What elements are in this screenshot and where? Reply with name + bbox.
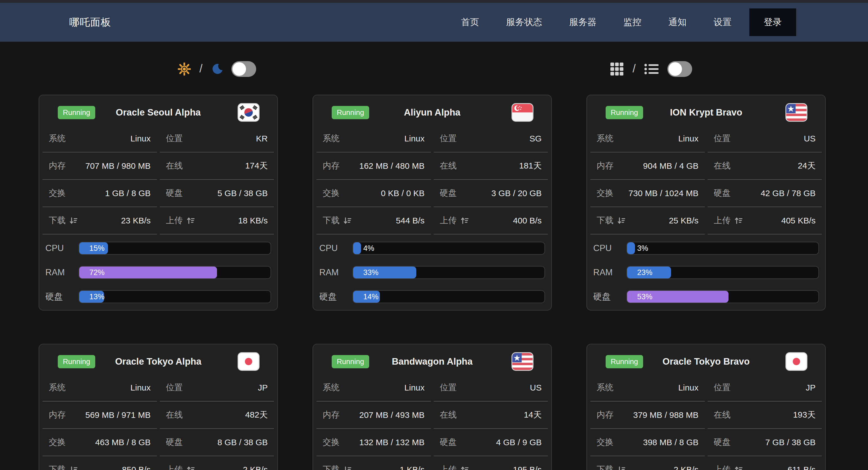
- stats-table: 系统 Linux 位置 US 内存 904 MB / 4 GB 在线 24天 交…: [590, 125, 822, 234]
- nav-item-servers[interactable]: 服务器: [556, 16, 610, 28]
- stat-system: 系统 Linux: [42, 374, 157, 402]
- status-badge: Running: [332, 355, 369, 368]
- stat-download-value: 544 B/s: [396, 216, 425, 225]
- stat-memory: 内存 707 MB / 980 MB: [42, 152, 157, 180]
- stat-download-value: 2 KB/s: [674, 465, 699, 470]
- stat-location-label: 位置: [714, 382, 731, 394]
- stat-swap-value: 398 MB / 8 GB: [643, 438, 699, 447]
- stat-upload-label: 上传: [166, 464, 195, 470]
- stat-disk: 硬盘 3 GB / 20 GB: [434, 180, 548, 207]
- stat-swap-label: 交换: [597, 187, 614, 199]
- stat-upload-value: 2 KB/s: [243, 465, 268, 470]
- disk-bar-row: 硬盘 53%: [593, 290, 819, 303]
- status-badge: Running: [606, 355, 643, 368]
- disk-bar-row: 硬盘 13%: [45, 290, 271, 303]
- login-button[interactable]: 登录: [749, 8, 796, 36]
- stat-download-label: 下载: [49, 215, 78, 226]
- stat-upload-value: 18 KB/s: [238, 216, 268, 225]
- stat-memory-label: 内存: [323, 409, 340, 421]
- stat-memory: 内存 207 MB / 493 MB: [316, 402, 431, 429]
- stat-location: 位置 KR: [160, 125, 274, 152]
- status-badge: Running: [332, 106, 369, 119]
- stat-swap: 交换 1 GB / 8 GB: [42, 180, 157, 207]
- toolbar: / /: [0, 61, 868, 77]
- ram-progress-bar: 23%: [626, 266, 819, 279]
- card-header: Running Aliyun Alpha: [316, 95, 548, 125]
- cpu-progress-value: 3%: [637, 244, 648, 253]
- stat-memory-label: 内存: [49, 409, 66, 421]
- stat-uptime: 在线 24天: [708, 152, 822, 180]
- card-header: Running Oracle Tokyo Alpha: [42, 344, 274, 374]
- cpu-progress-bar: 15%: [79, 242, 271, 255]
- stat-system-value: Linux: [404, 383, 425, 393]
- stat-swap-value: 730 MB / 1024 MB: [628, 189, 699, 198]
- site-logo[interactable]: 哪吒面板: [69, 15, 111, 29]
- stat-location-value: US: [530, 383, 541, 393]
- stat-download-label: 下载: [597, 464, 625, 470]
- flag-icon-us: [786, 104, 807, 121]
- view-switcher-group: /: [434, 61, 868, 77]
- stat-uptime: 在线 193天: [708, 402, 822, 429]
- stat-location-label: 位置: [166, 382, 183, 394]
- card-header: Running ION Krypt Bravo: [590, 95, 822, 125]
- stat-location-label: 位置: [440, 133, 457, 144]
- disk-progress-bar: 14%: [352, 290, 545, 303]
- ram-bar-label: RAM: [45, 268, 79, 278]
- moon-icon: [211, 63, 223, 75]
- stat-system: 系统 Linux: [590, 374, 705, 402]
- server-card: Running Oracle Seoul Alpha 系统 Linux 位置 K…: [39, 95, 278, 311]
- nav-item-settings[interactable]: 设置: [700, 16, 745, 28]
- disk-bar-label: 硬盘: [319, 291, 352, 303]
- stat-location-value: US: [804, 134, 815, 144]
- disk-progress-value: 53%: [637, 292, 652, 301]
- stat-download: 下载 1 KB/s: [316, 456, 431, 470]
- stat-location-value: JP: [258, 383, 268, 393]
- stat-uptime-label: 在线: [166, 409, 183, 421]
- stat-system-label: 系统: [49, 133, 66, 144]
- stats-table: 系统 Linux 位置 JP 内存 569 MB / 971 MB 在线 482…: [42, 374, 274, 470]
- server-card: Running Oracle Tokyo Bravo 系统 Linux 位置 J…: [586, 344, 826, 470]
- stat-swap-label: 交换: [323, 436, 340, 448]
- stat-upload-label: 上传: [166, 215, 195, 226]
- nav-item-service-status[interactable]: 服务状态: [493, 16, 556, 28]
- stat-disk-label: 硬盘: [714, 436, 731, 448]
- nav-item-monitoring[interactable]: 监控: [610, 16, 655, 28]
- cpu-progress-bar: 3%: [626, 242, 819, 255]
- stat-download-value: 1 KB/s: [400, 465, 425, 470]
- stat-uptime: 在线 482天: [160, 402, 274, 429]
- view-toggle[interactable]: [668, 61, 692, 77]
- stat-disk-label: 硬盘: [440, 187, 457, 199]
- ram-bar-row: RAM 72%: [45, 266, 271, 279]
- stat-disk-value: 4 GB / 9 GB: [496, 438, 541, 447]
- stat-system-label: 系统: [49, 382, 66, 394]
- disk-bar-label: 硬盘: [45, 291, 79, 303]
- stat-swap: 交换 730 MB / 1024 MB: [590, 180, 705, 207]
- stat-location-value: SG: [530, 134, 541, 144]
- theme-toggle-knob: [232, 62, 246, 76]
- stat-location: 位置 US: [708, 125, 822, 152]
- cpu-bar-row: CPU 3%: [593, 242, 819, 255]
- stat-upload-label: 上传: [440, 215, 469, 226]
- status-badge: Running: [58, 106, 95, 119]
- stat-uptime: 在线 174天: [160, 152, 274, 180]
- cpu-progress-bar: 4%: [352, 242, 545, 255]
- disk-bar-row: 硬盘 14%: [319, 290, 545, 303]
- nav-item-home[interactable]: 首页: [447, 16, 493, 28]
- stat-memory-label: 内存: [49, 160, 66, 171]
- stats-table: 系统 Linux 位置 US 内存 207 MB / 493 MB 在线 14天…: [316, 374, 548, 470]
- stat-download-value: 23 KB/s: [121, 216, 151, 225]
- stat-download: 下载 850 B/s: [42, 456, 157, 470]
- stat-upload: 上传 2 KB/s: [160, 456, 274, 470]
- stat-disk-label: 硬盘: [166, 187, 183, 199]
- cpu-bar-label: CPU: [45, 243, 79, 253]
- theme-toggle[interactable]: [231, 61, 256, 77]
- usage-bars: CPU 15% RAM 72% 硬盘 13%: [42, 234, 274, 303]
- stat-upload: 上传 611 B/s: [708, 456, 822, 470]
- stat-uptime: 在线 14天: [434, 402, 548, 429]
- stat-uptime-label: 在线: [714, 409, 731, 421]
- stat-uptime-value: 193天: [793, 409, 815, 421]
- theme-switcher-group: /: [0, 61, 434, 77]
- nav-item-notifications[interactable]: 通知: [655, 16, 700, 28]
- stat-swap: 交换 0 KB / 0 KB: [316, 180, 431, 207]
- stat-download: 下载 23 KB/s: [42, 207, 157, 234]
